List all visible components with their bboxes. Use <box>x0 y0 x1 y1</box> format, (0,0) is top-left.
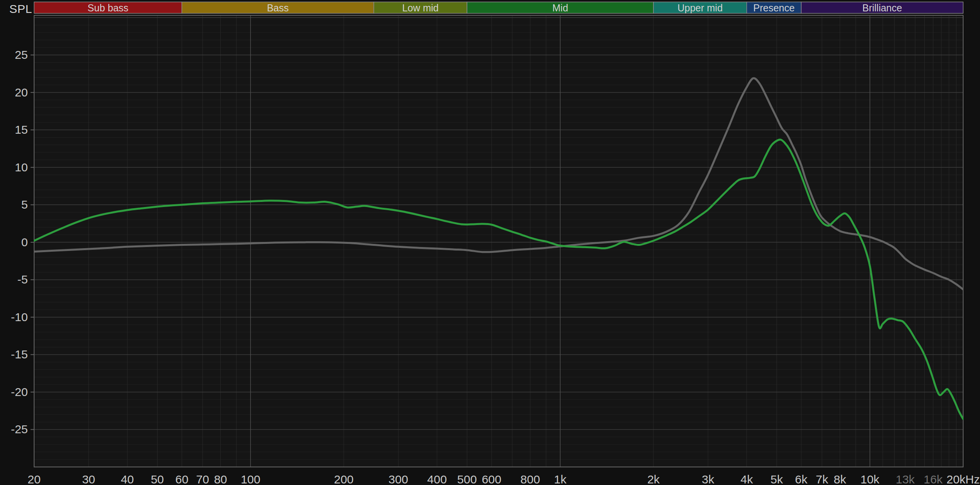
y-tick-label: 15 <box>15 123 28 136</box>
x-tick-label: 2k <box>647 473 660 485</box>
band-label: Upper mid <box>677 2 722 13</box>
x-tick-label: 40 <box>121 473 134 485</box>
x-tick-label: 80 <box>214 473 227 485</box>
x-tick-label: 30 <box>82 473 95 485</box>
band-label: Mid <box>552 2 568 13</box>
y-tick-label: -20 <box>11 385 28 398</box>
chart-canvas: Sub bassBassLow midMidUpper midPresenceB… <box>0 0 980 485</box>
y-tick-label: 0 <box>21 236 28 249</box>
x-tick-label: 100 <box>241 473 260 485</box>
x-tick-label: 50 <box>151 473 164 485</box>
y-tick-label: 5 <box>21 198 28 211</box>
x-tick-label: 8k <box>834 473 847 485</box>
x-tick-label: 20kHz <box>946 473 980 485</box>
band-label: Presence <box>753 2 795 13</box>
band-label: Bass <box>267 2 289 13</box>
plot-background <box>34 15 963 467</box>
y-tick-label: -10 <box>11 311 28 323</box>
y-tick-label: 25 <box>15 48 28 61</box>
x-tick-label: 60 <box>175 473 188 485</box>
x-tick-label: 5k <box>771 473 784 485</box>
x-tick-label: 7k <box>816 473 829 485</box>
x-tick-label: 10k <box>860 473 880 485</box>
x-tick-label: 200 <box>334 473 354 485</box>
x-tick-label: 500 <box>457 473 477 485</box>
x-tick-label: 600 <box>482 473 501 485</box>
band-label: Low mid <box>402 2 439 13</box>
x-tick-label: 300 <box>388 473 408 485</box>
x-tick-label: 20 <box>27 473 40 485</box>
band-label: Brilliance <box>862 2 902 13</box>
y-tick-label: -15 <box>11 348 28 361</box>
band-label: Sub bass <box>87 2 128 13</box>
x-tick-label: 3k <box>702 473 715 485</box>
x-tick-label: 6k <box>795 473 808 485</box>
x-tick-label: 70 <box>196 473 209 485</box>
y-tick-label: -5 <box>17 273 28 286</box>
y-tick-label: 20 <box>15 86 28 99</box>
frequency-response-chart: SPL Sub bassBassLow midMidUpper midPrese… <box>0 0 980 485</box>
x-tick-label: 800 <box>521 473 540 485</box>
x-tick-label: 400 <box>427 473 447 485</box>
x-tick-label: 16k <box>924 473 943 485</box>
x-tick-label: 1k <box>554 473 567 485</box>
x-tick-label: 4k <box>740 473 753 485</box>
y-tick-label: 10 <box>15 161 28 174</box>
y-tick-label: -25 <box>11 423 28 436</box>
x-tick-label: 13k <box>896 473 915 485</box>
